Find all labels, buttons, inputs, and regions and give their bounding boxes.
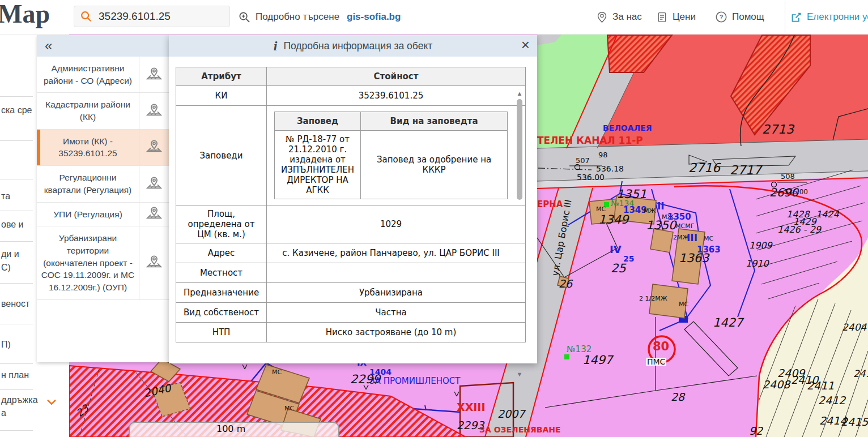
value-cell: 1029 [267,205,526,243]
advanced-search-label: Подробно търсене [256,11,339,23]
table-row: Вид собственостЧастна [176,303,526,323]
about-label: За нас [612,11,642,23]
map-pin-layer-icon[interactable] [139,57,169,92]
table-row: КИ35239.6101.25 [176,86,526,106]
attribute-cell: КИ [176,86,267,106]
app-logo[interactable]: Map [0,0,50,29]
orders-nested-table: ЗаповедВид на заповедта№ РД-18-77 от 21.… [274,112,508,199]
layer-item[interactable]: Регулационни квартали (Регулация) [37,166,169,202]
table-row: Площ, определена от ЦМ (кв. м.)1029 [176,205,526,243]
rail-item-fragment[interactable]: ддръжка [1,395,38,405]
nested-cell: Заповед за одобрение на КККР [361,131,508,199]
collapse-panel-button[interactable]: « [45,38,51,54]
about-link[interactable]: За нас [596,0,642,34]
attribute-cell: Заповеди [176,106,267,205]
site-link-label: gis-sofia.bg [347,11,401,23]
attr-table-header-row: АтрибутСтойност [176,67,526,86]
table-row: НТПНиско застрояване (до 10 m) [176,323,526,342]
layer-panel: « Административни райони - СО (Адреси)Ка… [37,35,169,362]
rail-item-fragment[interactable]: а [1,408,6,418]
prices-link[interactable]: Цени [656,0,696,34]
question-icon: ? [715,11,727,23]
scrollbar-thumb[interactable] [517,99,522,200]
table-row: ЗаповедиЗаповедВид на заповедта№ РД-18-7… [176,106,526,205]
price-list-icon [656,11,668,23]
rail-item-fragment[interactable]: веност [1,299,29,309]
popup-scrollbar[interactable]: ▲ ▼ [516,90,524,378]
layer-item[interactable]: Административни райони - СО (Адреси) [37,57,169,93]
value-cell: ЗаповедВид на заповедта№ РД-18-77 от 21.… [267,106,526,205]
rail-item-fragment[interactable]: н план [1,370,29,380]
layer-item-label: Имоти (КК) - 35239.6101.25 [37,130,139,165]
rail-divider [0,283,33,284]
nested-header: Вид на заповедта [361,112,508,131]
layer-item-label: Административни райони - СО (Адреси) [37,57,139,92]
layer-item-label: Урбанизирани територии (окончателен прое… [37,226,139,299]
rail-divider [0,430,33,431]
value-cell: 35239.6101.25 [267,86,526,106]
rail-divider [0,363,33,364]
scroll-up-icon[interactable]: ▲ [516,90,523,97]
rail-divider [0,140,33,141]
popup-title: Подробна информация за обект [283,40,432,52]
svg-text:?: ? [720,14,724,20]
nested-header: Заповед [275,112,361,131]
value-cell [267,263,526,283]
value-cell: с. Казичене, район Панчарево, ул. ЦАР БО… [267,243,526,263]
rail-divider [0,179,33,179]
layer-item[interactable]: УПИ (Регулация) [37,203,169,227]
layer-item-label: Регулационни квартали (Регулация) [37,166,139,202]
nested-row: № РД-18-77 от 21.12.2010 г. издадена от … [275,131,508,199]
attribute-cell: Предназначение [176,283,267,303]
site-link[interactable]: gis-sofia.bg [347,0,401,34]
layer-item[interactable]: Имоти (КК) - 35239.6101.25 [37,130,169,166]
chevron-down-icon[interactable] [46,399,57,409]
popup-header: i Подробна информация за обект × [169,35,537,57]
advanced-search-button[interactable]: Подробно търсене [238,0,339,34]
attribute-cell: Адрес [176,243,267,263]
layer-item[interactable]: Урбанизирани територии (окончателен прое… [37,226,169,299]
search-box[interactable] [74,6,230,27]
map-pin-layer-icon[interactable] [139,226,169,299]
eservices-label: Електронни услуги [807,11,868,23]
map-pin-icon [596,11,608,23]
search-icon [80,10,92,23]
rail-divider [0,324,33,324]
topbar-divider [785,1,785,33]
layer-list: Административни райони - СО (Адреси)Када… [37,57,169,300]
info-icon: i [274,38,278,54]
topbar: Map Подробно търсене gis-sofia.bg За нас… [0,0,868,35]
attribute-cell: Площ, определена от ЦМ (кв. м.) [176,205,267,243]
help-link[interactable]: ? Помощ [715,0,764,34]
search-input[interactable] [97,10,219,23]
rail-item-fragment[interactable]: ове и [1,220,24,230]
search-plus-icon [238,11,251,24]
table-row: Местност [176,263,526,283]
rail-item-fragment[interactable]: С) [1,263,11,273]
rail-divider [0,389,33,390]
map-pin-layer-icon[interactable] [139,203,169,226]
attribute-cell: НТП [176,323,267,342]
rail-item-fragment[interactable]: ди и [1,249,19,259]
layer-item[interactable]: Кадастрални райони (КК) [37,93,169,129]
external-link-icon [790,11,802,23]
eservices-link[interactable]: Електронни услуги [790,0,868,34]
attr-table: АтрибутСтойност КИ35239.6101.25ЗаповедиЗ… [176,67,526,342]
map-pin-layer-icon[interactable] [139,130,169,165]
prices-label: Цени [673,11,696,23]
value-cell: Частна [267,303,526,323]
scroll-down-icon[interactable]: ▼ [516,371,523,378]
attribute-cell: Местност [176,263,267,283]
rail-item-fragment[interactable]: та [1,191,10,202]
layer-item-label: УПИ (Регулация) [37,203,139,226]
help-label: Помощ [732,11,764,23]
rail-item-fragment[interactable]: П) [1,340,11,350]
map-pin-layer-icon[interactable] [139,93,169,128]
close-icon[interactable]: × [521,37,530,52]
attr-table-header: Атрибут [176,67,267,86]
rail-divider [0,211,33,211]
rail-item-fragment[interactable]: ска сре [1,105,32,115]
map-pin-layer-icon[interactable] [139,166,169,202]
rail-divider [0,96,33,97]
object-info-popup: i Подробна информация за обект × Атрибут… [169,35,537,363]
